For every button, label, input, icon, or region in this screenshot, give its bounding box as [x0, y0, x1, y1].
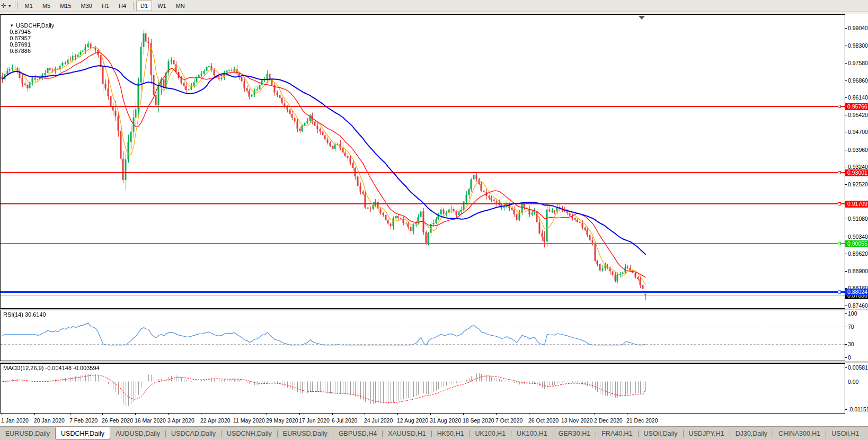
date-tick-mark — [365, 414, 365, 415]
chart-tab-bar: EURUSD,DailyUSDCHF,DailyAUDUSD,DailyUSDC… — [0, 426, 868, 440]
date-tick-mark — [529, 414, 529, 415]
tab-china300-h1[interactable]: CHINA300,H1 — [773, 428, 826, 439]
axis-tick-label: 0.93960 — [848, 147, 868, 153]
tab-audusd-daily[interactable]: AUDUSD,Daily — [110, 428, 165, 439]
date-tick-mark — [168, 414, 169, 415]
axis-tick-mark — [845, 382, 847, 382]
date-tick-label: 7 Oct 2020 — [495, 417, 522, 424]
date-tick-mark — [70, 414, 70, 415]
chart-tabs: EURUSD,DailyUSDCHF,DailyAUDUSD,DailyUSDC… — [0, 428, 864, 439]
date-tick-label: 24 Jul 2020 — [364, 417, 393, 424]
tab-usoil-h1[interactable]: USOil,H1 — [826, 428, 864, 439]
tab-fra40-h1[interactable]: FRA40,H1 — [596, 428, 637, 439]
date-tick-label: 26 Oct 2020 — [528, 417, 559, 424]
ohlc-close: 0.87886 — [10, 48, 31, 54]
rsi-axis: 10070300 — [845, 310, 868, 361]
axis-tick-label: 0.87460 — [848, 302, 868, 309]
date-tick-mark — [2, 414, 2, 415]
tab-usoil-daily[interactable]: USOil,Daily — [639, 428, 683, 439]
hline-price-badge: 0.95766 — [845, 103, 868, 110]
date-axis: 1 Jan 202020 Jan 20207 Feb 202026 Feb 20… — [0, 414, 868, 426]
ohlc-open: 0.87945 — [10, 29, 31, 35]
tab-usdchf-daily[interactable]: USDCHF,Daily — [55, 427, 110, 439]
tab-hk50-h1[interactable]: HK50,H1 — [432, 428, 470, 439]
hline-price-badge: 0.90055 — [845, 240, 868, 247]
axis-tick-label: 0.92520 — [848, 181, 868, 187]
price-axis: 0.990400.983000.975800.968600.961400.954… — [845, 14, 868, 309]
axis-tick-mark — [845, 150, 847, 150]
axis-tick-mark — [845, 237, 847, 237]
date-tick-mark — [496, 414, 497, 415]
ohlc-low: 0.87691 — [10, 41, 31, 48]
timeframe-button-d1[interactable]: D1 — [136, 1, 152, 11]
axis-tick-label: 0.89620 — [848, 250, 868, 257]
crosshair-tool-icon: ✛ — [1, 1, 6, 11]
date-tick-label: 31 Aug 2020 — [430, 417, 461, 424]
chart-symbol-label: USDCHF,Daily — [16, 22, 54, 29]
date-tick-mark — [102, 414, 103, 415]
date-tick-mark — [135, 414, 136, 415]
axis-tick-mark — [845, 409, 847, 410]
macd-panel: MACD(12,26,9) -0.004148 -0.003594 — [0, 363, 845, 414]
axis-tick-mark — [845, 28, 847, 29]
timeframe-button-m5[interactable]: M5 — [38, 1, 55, 11]
axis-tick-label: 0.91080 — [848, 215, 868, 222]
tab-eurusd-daily[interactable]: EURUSD,Daily — [0, 428, 55, 439]
tab-scroll-left-icon[interactable]: ◄ — [864, 430, 868, 437]
date-tick-label: 11 May 2020 — [233, 417, 265, 424]
timeframe-toolbar: ✛ ▾ M1M5M15M30H1H4D1W1MN — [0, 0, 868, 12]
tab-usdjpy-h1[interactable]: USDJPY,H1 — [684, 428, 730, 439]
timeframe-button-w1[interactable]: W1 — [153, 1, 171, 11]
axis-tick-label: 0.97580 — [848, 60, 868, 66]
timeframe-button-h1[interactable]: H1 — [98, 1, 113, 11]
axis-tick-mark — [845, 63, 847, 64]
axis-tick-label: 0.90340 — [848, 234, 868, 240]
rsi-label: RSI(14) 30.6140 — [3, 311, 46, 318]
timeframe-button-mn[interactable]: MN — [172, 1, 189, 11]
date-tick-label: 18 Sep 2020 — [463, 417, 494, 424]
axis-tick-label: 0.99040 — [848, 25, 868, 31]
date-tick-mark — [34, 414, 35, 415]
chart-tool-dropdown[interactable]: ✛ ▾ — [0, 1, 13, 11]
axis-tick-label: -0.011514 — [848, 406, 868, 412]
timeframe-button-h4[interactable]: H4 — [114, 1, 130, 11]
chart-menu-icon[interactable]: ▼ — [10, 23, 14, 28]
axis-tick-mark — [845, 132, 847, 132]
axis-tick-label: 30 — [848, 341, 854, 347]
tab-xauusd-h1[interactable]: XAUUSD,H1 — [383, 428, 431, 439]
tab-uk100-h1[interactable]: UK100,H1 — [470, 428, 511, 439]
tab-gbpusd-h4[interactable]: GBPUSD,H4 — [333, 428, 382, 439]
axis-tick-label: 0.96140 — [848, 94, 868, 101]
date-tick-label: 6 Jul 2020 — [332, 417, 357, 424]
axis-tick-label: 0.005818 — [848, 364, 868, 371]
tab-usdcad-daily[interactable]: USDCAD,Daily — [166, 428, 221, 439]
date-tick-label: 13 Nov 2020 — [561, 417, 593, 424]
mt4-terminal: { "toolbar": { "tool_icon_glyph": "✛", "… — [0, 0, 868, 440]
date-tick-mark — [627, 414, 627, 415]
date-tick-mark — [234, 414, 234, 415]
tab-dj30-daily[interactable]: DJ30,Daily — [730, 428, 773, 439]
date-tick-label: 2 Dec 2020 — [594, 417, 623, 424]
rsi-canvas[interactable] — [1, 310, 845, 361]
tab-ger30-h1[interactable]: GER30,H1 — [553, 428, 596, 439]
date-tick-label: 20 Jan 2020 — [34, 417, 65, 424]
toolbar-grip — [15, 2, 17, 10]
axis-tick-label: 0.95420 — [848, 112, 868, 118]
tab-uk100-h1[interactable]: UK100,H1 — [511, 428, 553, 439]
date-tick-label: 29 May 2020 — [266, 417, 298, 424]
axis-tick-mark — [845, 367, 847, 368]
axis-tick-mark — [845, 271, 847, 272]
axis-tick-label: 0.00 — [848, 379, 858, 385]
timeframe-button-m1[interactable]: M1 — [21, 1, 37, 11]
date-tick-label: 12 Aug 2020 — [397, 417, 428, 424]
date-tick-mark — [595, 414, 595, 415]
price-chart-canvas[interactable] — [1, 15, 845, 308]
timeframe-button-m30[interactable]: M30 — [77, 1, 96, 11]
axis-tick-mark — [845, 115, 847, 115]
date-tick-label: 1 Jan 2020 — [1, 417, 29, 424]
timeframe-button-m15[interactable]: M15 — [56, 1, 75, 11]
tab-usdcnh-daily[interactable]: USDCNH,Daily — [222, 428, 277, 439]
axis-tick-mark — [845, 184, 847, 185]
tab-eurusd-daily[interactable]: EURUSD,Daily — [278, 428, 333, 439]
macd-canvas[interactable] — [1, 364, 845, 413]
